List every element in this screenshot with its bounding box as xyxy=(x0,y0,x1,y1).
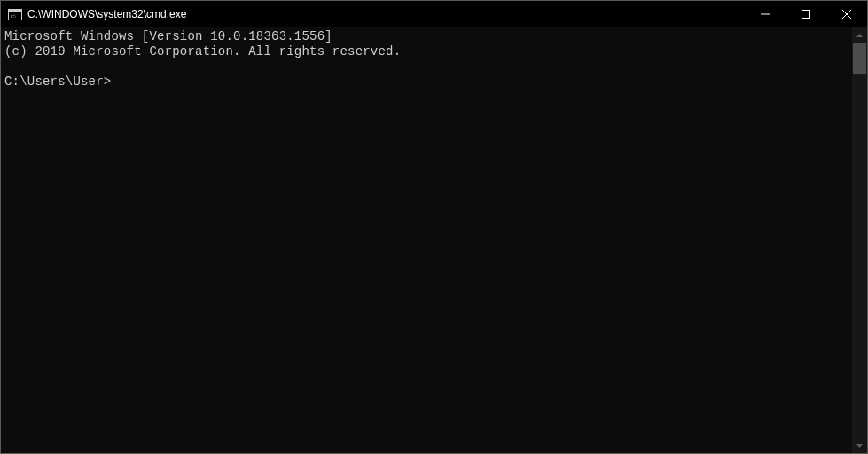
vertical-scrollbar[interactable] xyxy=(852,27,867,453)
scroll-track[interactable] xyxy=(852,43,867,438)
scroll-thumb[interactable] xyxy=(853,43,866,74)
terminal-line: (c) 2019 Microsoft Corporation. All righ… xyxy=(4,44,401,59)
minimize-button[interactable] xyxy=(745,1,786,27)
svg-marker-7 xyxy=(856,34,863,37)
window-title: C:\WINDOWS\system32\cmd.exe xyxy=(27,8,745,20)
terminal-output[interactable]: Microsoft Windows [Version 10.0.18363.15… xyxy=(1,27,852,453)
terminal-area: Microsoft Windows [Version 10.0.18363.15… xyxy=(1,27,867,453)
close-button[interactable] xyxy=(826,1,867,27)
svg-rect-4 xyxy=(802,11,810,19)
scroll-up-arrow-icon[interactable] xyxy=(852,27,867,43)
maximize-button[interactable] xyxy=(786,1,826,27)
svg-rect-1 xyxy=(9,10,21,12)
terminal-line: Microsoft Windows [Version 10.0.18363.15… xyxy=(4,29,332,43)
scroll-down-arrow-icon[interactable] xyxy=(852,438,867,453)
terminal-prompt: C:\Users\User> xyxy=(4,74,111,89)
window-controls xyxy=(745,1,867,27)
svg-text:c:\: c:\ xyxy=(11,13,16,19)
cmd-icon: c:\ xyxy=(8,8,22,20)
title-bar[interactable]: c:\ C:\WINDOWS\system32\cmd.exe xyxy=(1,1,867,27)
svg-marker-8 xyxy=(856,444,863,448)
